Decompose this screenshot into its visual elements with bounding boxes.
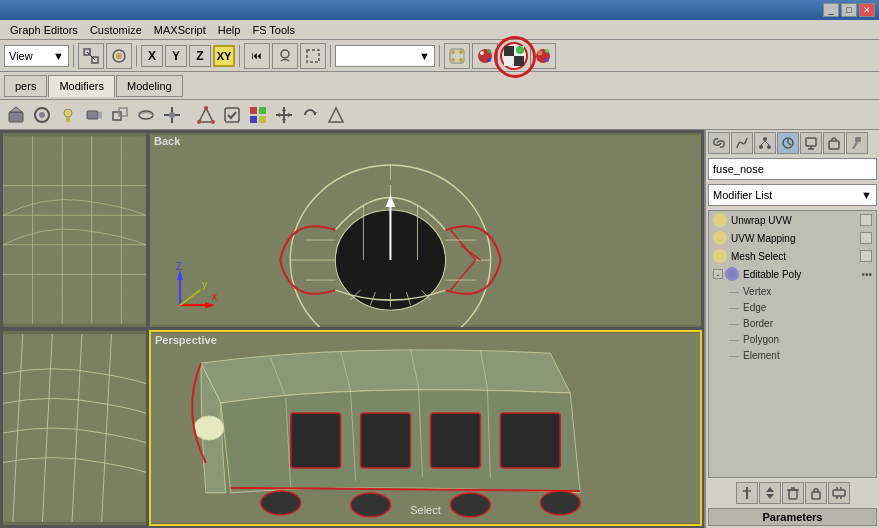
sub-polygon[interactable]: — Polygon [709, 331, 876, 347]
viewport-bottom-left[interactable] [2, 330, 147, 526]
spacewarps-btn[interactable] [134, 103, 158, 127]
panel-bottom: Parameters [708, 482, 877, 526]
y-axis-btn[interactable]: Y [165, 45, 187, 67]
svg-marker-52 [276, 113, 280, 117]
menu-maxscript[interactable]: MAXScript [148, 22, 212, 38]
xy-axis-btn[interactable]: XY [213, 45, 235, 67]
lock-btn[interactable] [805, 482, 827, 504]
tab-pers[interactable]: pers [4, 75, 47, 97]
view-dropdown[interactable]: View ▼ [4, 45, 69, 67]
title-bar: _ □ ✕ [0, 0, 879, 20]
unwrap-uvw-checkbox[interactable] [860, 214, 872, 226]
sub-border[interactable]: — Border [709, 315, 876, 331]
editable-poly-collapse-btn[interactable]: - [713, 269, 723, 279]
sub-object-btn[interactable] [194, 103, 218, 127]
title-bar-buttons[interactable]: _ □ ✕ [823, 3, 875, 17]
close-button[interactable]: ✕ [859, 3, 875, 17]
svg-rect-30 [66, 117, 70, 122]
svg-line-130 [765, 141, 769, 145]
snaps-toggle-btn[interactable] [78, 43, 104, 69]
material-editor-btn[interactable] [530, 43, 556, 69]
rotate-btn[interactable] [298, 103, 322, 127]
mesh-select-checkbox[interactable] [860, 250, 872, 262]
trash-btn[interactable] [782, 482, 804, 504]
modifier-editable-poly[interactable]: - Editable Poly ••• [709, 265, 876, 283]
svg-rect-116 [291, 413, 341, 468]
sub-edge[interactable]: — Edge [709, 299, 876, 315]
sub-vertex[interactable]: — Vertex [709, 283, 876, 299]
tab-modifiers[interactable]: Modifiers [48, 75, 115, 97]
uvw-mapping-checkbox[interactable] [860, 232, 872, 244]
svg-point-28 [39, 112, 45, 118]
svg-rect-57 [3, 136, 146, 323]
motion-btn[interactable] [777, 132, 799, 154]
modifier-list-dropdown[interactable]: Modifier List ▼ [708, 184, 877, 206]
main-content: Back [0, 130, 879, 528]
cameras-btn[interactable] [82, 103, 106, 127]
svg-rect-44 [250, 107, 257, 114]
link-btn[interactable] [708, 132, 730, 154]
render-active-btn[interactable] [500, 42, 528, 70]
prev-frame-btn[interactable]: ⏮ [244, 43, 270, 69]
back-label: Back [154, 135, 180, 147]
snap-3d-btn[interactable] [444, 43, 470, 69]
pin-btn[interactable] [736, 482, 758, 504]
paint-btn[interactable] [246, 103, 270, 127]
filter-sets-btn[interactable] [106, 43, 132, 69]
z-axis-btn[interactable]: Z [189, 45, 211, 67]
display-btn[interactable] [800, 132, 822, 154]
move-modifier-btn[interactable] [759, 482, 781, 504]
hierarchy-btn[interactable] [754, 132, 776, 154]
tab-modeling[interactable]: Modeling [116, 75, 183, 97]
systems-btn[interactable] [160, 103, 184, 127]
svg-point-40 [204, 106, 208, 110]
modifier-uvw-mapping[interactable]: UVW Mapping [709, 229, 876, 247]
svg-line-133 [788, 143, 791, 145]
panel-toolbar [708, 132, 877, 154]
scale-btn[interactable] [324, 103, 348, 127]
curve-btn[interactable] [731, 132, 753, 154]
svg-text:x: x [212, 291, 217, 302]
right-panel: Modifier List ▼ Unwrap UVW UVW Mapping [704, 130, 879, 528]
select-move-btn[interactable] [272, 103, 296, 127]
object-name-field[interactable] [708, 158, 877, 180]
menu-customize[interactable]: Customize [84, 22, 148, 38]
ref-coord-dropdown[interactable]: ▼ [335, 45, 435, 67]
svg-point-127 [759, 145, 763, 149]
svg-rect-134 [806, 138, 816, 146]
x-axis-btn[interactable]: X [141, 45, 163, 67]
menu-fs-tools[interactable]: FS Tools [246, 22, 301, 38]
maximize-button[interactable]: □ [841, 3, 857, 17]
viewport-back[interactable]: Back [149, 132, 702, 328]
show-endresult-btn[interactable] [220, 103, 244, 127]
menu-help[interactable]: Help [212, 22, 247, 38]
viewport-top-left[interactable] [2, 132, 147, 328]
modifier-unwrap-uvw[interactable]: Unwrap UVW [709, 211, 876, 229]
select-region-btn[interactable] [300, 43, 326, 69]
minimize-button[interactable]: _ [823, 3, 839, 17]
svg-rect-117 [361, 413, 411, 468]
viewport-perspective[interactable]: Perspective [149, 330, 702, 526]
separator-2 [136, 45, 137, 67]
configure-btn[interactable] [828, 482, 850, 504]
checkerboard-icon-container [500, 42, 528, 70]
utilities-btn[interactable] [823, 132, 845, 154]
geometry-btn[interactable] [4, 103, 28, 127]
select-filter-btn[interactable] [272, 43, 298, 69]
shapes-btn[interactable] [30, 103, 54, 127]
lights-btn[interactable] [56, 103, 80, 127]
render-setup-btn[interactable] [472, 43, 498, 69]
svg-rect-152 [833, 490, 845, 496]
svg-point-23 [545, 49, 549, 53]
separator-1 [73, 45, 74, 67]
uvw-mapping-icon [713, 231, 727, 245]
svg-point-38 [169, 112, 175, 118]
menu-graph-editors[interactable]: Graph Editors [4, 22, 84, 38]
svg-rect-47 [259, 116, 266, 123]
svg-point-22 [538, 50, 543, 55]
modifier-mesh-select[interactable]: Mesh Select [709, 247, 876, 265]
perspective-label: Perspective [155, 334, 217, 346]
helpers-btn[interactable] [108, 103, 132, 127]
hammer-btn[interactable] [846, 132, 868, 154]
sub-element[interactable]: — Element [709, 347, 876, 363]
